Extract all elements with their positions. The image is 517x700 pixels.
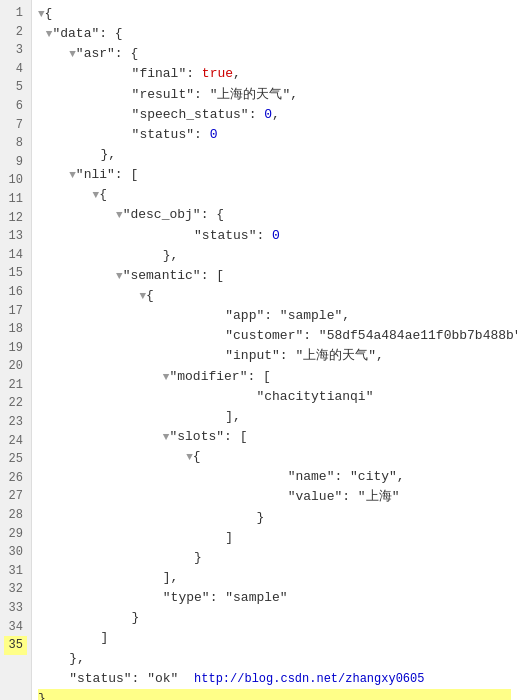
- code-line-29: ],: [38, 568, 511, 588]
- collapse-icon[interactable]: ▼: [93, 189, 100, 201]
- line-number-7: 7: [4, 116, 27, 135]
- line-numbers: 1234567891011121314151617181920212223242…: [0, 0, 32, 700]
- line-number-9: 9: [4, 153, 27, 172]
- code-line-18: "input": "上海的天气",: [38, 346, 511, 366]
- line-number-28: 28: [4, 506, 27, 525]
- code-line-27: ]: [38, 528, 511, 548]
- collapse-icon[interactable]: ▼: [163, 431, 170, 443]
- code-line-14: ▼"semantic": [: [38, 266, 511, 286]
- code-line-5: "result": "上海的天气",: [38, 85, 511, 105]
- code-line-23: ▼{: [38, 447, 511, 467]
- collapse-icon[interactable]: ▼: [69, 48, 76, 60]
- line-number-10: 10: [4, 171, 27, 190]
- line-number-21: 21: [4, 376, 27, 395]
- collapse-icon[interactable]: ▼: [116, 209, 123, 221]
- line-number-16: 16: [4, 283, 27, 302]
- code-line-2: ▼"data": {: [38, 24, 511, 44]
- line-number-1: 1: [4, 4, 27, 23]
- line-number-17: 17: [4, 302, 27, 321]
- code-line-26: }: [38, 508, 511, 528]
- code-container: 1234567891011121314151617181920212223242…: [0, 0, 517, 700]
- code-line-17: "customer": "58df54a484ae11f0bb7b488b",: [38, 326, 511, 346]
- code-line-4: "final": true,: [38, 64, 511, 84]
- code-line-31: }: [38, 608, 511, 628]
- line-number-22: 22: [4, 394, 27, 413]
- line-number-15: 15: [4, 264, 27, 283]
- code-line-11: ▼"desc_obj": {: [38, 205, 511, 225]
- line-number-30: 30: [4, 543, 27, 562]
- collapse-icon[interactable]: ▼: [116, 270, 123, 282]
- line-number-3: 3: [4, 41, 27, 60]
- code-line-15: ▼{: [38, 286, 511, 306]
- code-line-9: ▼"nli": [: [38, 165, 511, 185]
- code-line-22: ▼"slots": [: [38, 427, 511, 447]
- line-number-20: 20: [4, 357, 27, 376]
- code-line-33: },: [38, 649, 511, 669]
- line-number-33: 33: [4, 599, 27, 618]
- line-number-12: 12: [4, 209, 27, 228]
- collapse-icon[interactable]: ▼: [186, 451, 193, 463]
- code-area: ▼{ ▼"data": { ▼"asr": { "final": true, "…: [32, 0, 517, 700]
- code-line-30: "type": "sample": [38, 588, 511, 608]
- line-number-29: 29: [4, 525, 27, 544]
- line-number-2: 2: [4, 23, 27, 42]
- line-number-11: 11: [4, 190, 27, 209]
- code-line-13: },: [38, 246, 511, 266]
- line-number-32: 32: [4, 580, 27, 599]
- line-number-4: 4: [4, 60, 27, 79]
- code-line-20: "chacitytianqi": [38, 387, 511, 407]
- code-line-21: ],: [38, 407, 511, 427]
- line-number-23: 23: [4, 413, 27, 432]
- collapse-icon[interactable]: ▼: [38, 8, 45, 20]
- code-line-28: }: [38, 548, 511, 568]
- code-line-16: "app": "sample",: [38, 306, 511, 326]
- line-number-24: 24: [4, 432, 27, 451]
- code-line-34: "status": "ok" http://blog.csdn.net/zhan…: [38, 669, 511, 689]
- code-line-32: ]: [38, 628, 511, 648]
- line-number-13: 13: [4, 227, 27, 246]
- code-line-6: "speech_status": 0,: [38, 105, 511, 125]
- line-number-35: 35: [4, 636, 27, 655]
- code-line-25: "value": "上海": [38, 487, 511, 507]
- collapse-icon[interactable]: ▼: [163, 371, 170, 383]
- line-number-5: 5: [4, 78, 27, 97]
- line-number-18: 18: [4, 320, 27, 339]
- code-line-35: }: [38, 689, 511, 700]
- line-number-6: 6: [4, 97, 27, 116]
- watermark: http://blog.csdn.net/zhangxy0605: [194, 672, 424, 686]
- line-number-26: 26: [4, 469, 27, 488]
- code-line-24: "name": "city",: [38, 467, 511, 487]
- collapse-icon[interactable]: ▼: [46, 28, 53, 40]
- code-line-10: ▼{: [38, 185, 511, 205]
- line-number-19: 19: [4, 339, 27, 358]
- line-number-14: 14: [4, 246, 27, 265]
- code-line-8: },: [38, 145, 511, 165]
- line-number-8: 8: [4, 134, 27, 153]
- code-line-12: "status": 0: [38, 226, 511, 246]
- code-line-19: ▼"modifier": [: [38, 367, 511, 387]
- collapse-icon[interactable]: ▼: [69, 169, 76, 181]
- collapse-icon[interactable]: ▼: [139, 290, 146, 302]
- code-line-3: ▼"asr": {: [38, 44, 511, 64]
- line-number-34: 34: [4, 618, 27, 637]
- line-number-31: 31: [4, 562, 27, 581]
- code-line-1: ▼{: [38, 4, 511, 24]
- code-line-7: "status": 0: [38, 125, 511, 145]
- line-number-25: 25: [4, 450, 27, 469]
- line-number-27: 27: [4, 487, 27, 506]
